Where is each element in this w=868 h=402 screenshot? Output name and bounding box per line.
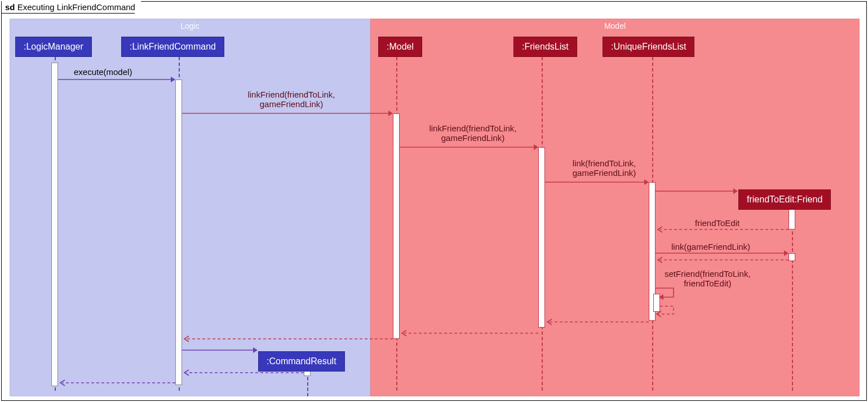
- lifeline-logic-manager-label: :LogicManager: [24, 42, 83, 51]
- msg-linkfriend-2b: gameFriendLink): [405, 133, 541, 143]
- lifeline-friends-list-label: :FriendsList: [522, 42, 569, 51]
- frame-title-tab: sd Executing LinkFriendCommand: [1, 1, 141, 14]
- activation-friend-to-edit-create: [789, 209, 795, 229]
- lifeline-link-friend-command-head: :LinkFriendCommand: [121, 37, 224, 57]
- lifeline-model-head: :Model: [378, 37, 422, 57]
- region-model-label: Model: [371, 21, 859, 30]
- lifeline-logic-manager-head: :LogicManager: [15, 37, 92, 57]
- lifeline-command-result-label: :CommandResult: [267, 356, 336, 366]
- lifeline-link-friend-command-label: :LinkFriendCommand: [130, 42, 216, 51]
- region-logic-label: Logic: [10, 21, 370, 30]
- frame-prefix: sd: [5, 2, 15, 12]
- msg-setfriend-a: setFriend(friendToLink,: [665, 269, 751, 279]
- lifeline-friend-to-edit: [792, 209, 793, 391]
- msg-link-1a: link(friendToLink,: [551, 158, 658, 168]
- msg-linkfriend-2a: linkFriend(friendToLink,: [405, 123, 541, 133]
- activation-model: [393, 113, 400, 339]
- lifeline-friend-to-edit-head: friendToEdit:Friend: [738, 189, 831, 210]
- activation-logic-manager: [51, 63, 58, 386]
- activation-link-friend-command: [175, 79, 182, 385]
- msg-link-gfl-label: link(gameFriendLink): [671, 242, 750, 251]
- svg-marker-10: [733, 188, 738, 194]
- activation-friend-to-edit-link: [789, 253, 795, 261]
- msg-link-1b: gameFriendLink): [551, 168, 658, 178]
- svg-marker-8: [644, 179, 649, 185]
- msg-setfriend-self-return: [656, 310, 678, 326]
- msg-linkfriend-2-label: linkFriend(friendToLink, gameFriendLink): [405, 123, 541, 143]
- msg-execute-label: execute(model): [74, 67, 132, 77]
- lifeline-unique-friends-list-head: :UniqueFriendsList: [603, 37, 694, 57]
- msg-linkfriend-1b: gameFriendLink): [218, 99, 365, 109]
- svg-marker-20: [253, 347, 258, 353]
- msg-linkfriend-1a: linkFriend(friendToLink,: [218, 90, 365, 99]
- sequence-frame: sd Executing LinkFriendCommand Logic Mod…: [1, 1, 867, 401]
- msg-return-friend-label: friendToEdit: [695, 218, 739, 228]
- svg-marker-3: [388, 111, 393, 116]
- msg-linkfriend-1-label: linkFriend(friendToLink, gameFriendLink): [218, 90, 365, 109]
- svg-marker-15: [659, 294, 663, 300]
- frame-title: Executing LinkFriendCommand: [17, 2, 135, 12]
- msg-link-1-label: link(friendToLink, gameFriendLink): [551, 158, 658, 178]
- lifeline-unique-friends-list-label: :UniqueFriendsList: [611, 42, 686, 51]
- lifeline-model-label: :Model: [387, 42, 414, 51]
- lifeline-friends-list-head: :FriendsList: [513, 37, 577, 57]
- activation-friends-list: [538, 147, 545, 328]
- lifeline-friend-to-edit-label: friendToEdit:Friend: [747, 195, 822, 204]
- msg-setfriend-label: setFriend(friendToLink, friendToEdit): [665, 269, 751, 288]
- svg-marker-1: [171, 77, 175, 82]
- svg-marker-5: [534, 144, 538, 150]
